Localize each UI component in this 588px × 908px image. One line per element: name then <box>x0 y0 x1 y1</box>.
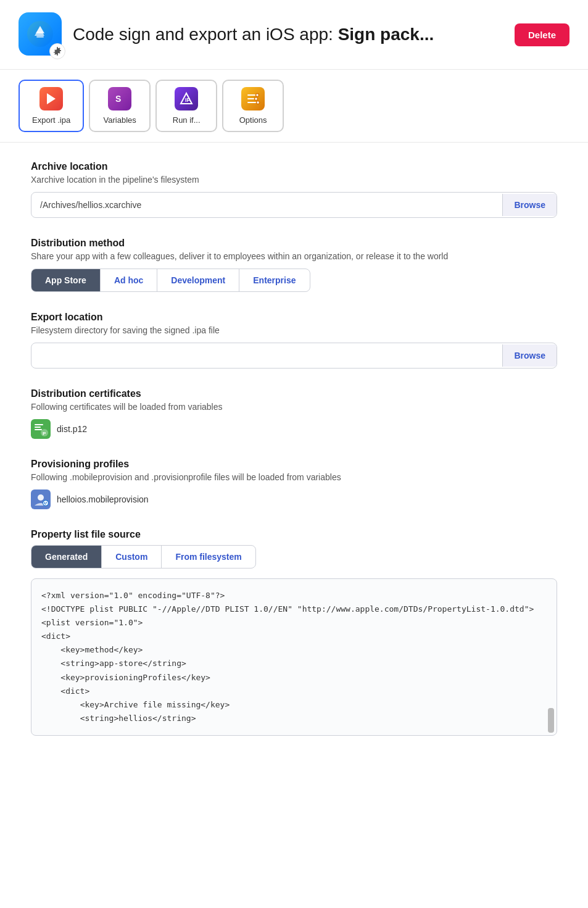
options-icon <box>241 87 265 110</box>
svg-text:S: S <box>115 94 121 104</box>
provisioning-profiles-desc: Following .mobileprovision and .provisio… <box>31 472 557 482</box>
distribution-certificates-title: Distribution certificates <box>31 388 557 399</box>
plist-tab-from-filesystem[interactable]: From filesystem <box>162 546 255 568</box>
header: Code sign and export an iOS app: Sign pa… <box>0 0 588 70</box>
svg-rect-14 <box>35 427 41 428</box>
archive-location-browse-button[interactable]: Browse <box>502 194 557 216</box>
app-icon-wrapper <box>19 12 63 57</box>
scrollbar <box>548 708 554 733</box>
distribution-method-desc: Share your app with a few colleagues, de… <box>31 251 557 261</box>
variables-icon: S <box>108 87 131 110</box>
plist-tab-generated[interactable]: Generated <box>31 546 102 568</box>
plist-tab-custom[interactable]: Custom <box>102 546 162 568</box>
archive-location-desc: Xarchive location in the pipeline's file… <box>31 175 557 185</box>
svg-point-11 <box>257 101 260 104</box>
svg-rect-13 <box>35 424 43 425</box>
provision-filename: helloios.mobileprovision <box>57 494 149 504</box>
main-content: Archive location Xarchive location in th… <box>0 143 588 774</box>
certificate-file-item: P dist.p12 <box>31 419 557 439</box>
plist-tabs: Generated Custom From filesystem <box>31 545 256 569</box>
svg-text:P: P <box>43 431 46 436</box>
plist-code-box[interactable]: <?xml version="1.0" encoding="UTF-8"?> <… <box>31 578 557 736</box>
property-list-title: Property list file source <box>31 529 557 540</box>
provisioning-profiles-title: Provisioning profiles <box>31 459 557 470</box>
archive-location-title: Archive location <box>31 161 557 172</box>
archive-location-section: Archive location Xarchive location in th… <box>31 161 557 218</box>
svg-marker-2 <box>47 93 56 104</box>
provision-file-item: helloios.mobileprovision <box>31 489 557 509</box>
plist-code-content: <?xml version="1.0" encoding="UTF-8"?> <… <box>41 589 547 725</box>
tab-options-label: Options <box>239 115 267 125</box>
tab-run-if-label: Run if... <box>173 115 201 125</box>
export-ipa-icon <box>39 87 63 110</box>
tab-variables-label: Variables <box>104 115 136 125</box>
method-tab-development[interactable]: Development <box>157 269 239 291</box>
provision-icon <box>31 489 51 509</box>
tab-export-ipa-label: Export .ipa <box>32 115 70 125</box>
tab-export-ipa[interactable]: Export .ipa <box>19 80 84 132</box>
export-location-title: Export location <box>31 312 557 323</box>
svg-rect-1 <box>36 36 44 38</box>
export-location-desc: Filesystem directory for saving the sign… <box>31 325 557 335</box>
svg-point-10 <box>255 98 258 101</box>
archive-location-input[interactable] <box>31 193 502 217</box>
tab-variables[interactable]: S Variables <box>89 80 151 132</box>
gear-icon <box>52 46 62 56</box>
run-if-icon: IF <box>175 87 198 110</box>
distribution-certificates-section: Distribution certificates Following cert… <box>31 388 557 439</box>
tab-options[interactable]: Options <box>222 80 284 132</box>
method-tab-adhoc[interactable]: Ad hoc <box>101 269 157 291</box>
distribution-method-section: Distribution method Share your app with … <box>31 238 557 292</box>
svg-point-9 <box>256 94 259 97</box>
gear-badge <box>49 43 65 59</box>
distribution-certificates-desc: Following certificates will be loaded fr… <box>31 402 557 412</box>
certificate-icon: P <box>31 419 51 439</box>
provisioning-profiles-section: Provisioning profiles Following .mobilep… <box>31 459 557 509</box>
app-store-icon <box>27 21 53 47</box>
page-title: Code sign and export an iOS app: Sign pa… <box>73 25 505 44</box>
export-location-input[interactable] <box>31 343 502 368</box>
export-location-input-row: Browse <box>31 343 557 369</box>
svg-point-19 <box>38 494 44 501</box>
export-location-section: Export location Filesystem directory for… <box>31 312 557 369</box>
svg-rect-7 <box>247 98 255 99</box>
main-tabs: Export .ipa S Variables IF Run if... <box>0 70 588 143</box>
export-location-browse-button[interactable]: Browse <box>502 344 557 367</box>
svg-rect-8 <box>247 102 257 103</box>
method-tab-enterprise[interactable]: Enterprise <box>239 269 309 291</box>
certificate-filename: dist.p12 <box>57 424 87 434</box>
delete-button[interactable]: Delete <box>515 23 569 46</box>
distribution-method-tabs: App Store Ad hoc Development Enterprise <box>31 269 310 292</box>
svg-rect-15 <box>35 429 42 430</box>
method-tab-appstore[interactable]: App Store <box>31 269 101 291</box>
distribution-method-title: Distribution method <box>31 238 557 249</box>
tab-run-if[interactable]: IF Run if... <box>155 80 217 132</box>
property-list-section: Property list file source Generated Cust… <box>31 529 557 736</box>
archive-location-input-row: Browse <box>31 192 557 218</box>
svg-text:IF: IF <box>185 97 191 103</box>
